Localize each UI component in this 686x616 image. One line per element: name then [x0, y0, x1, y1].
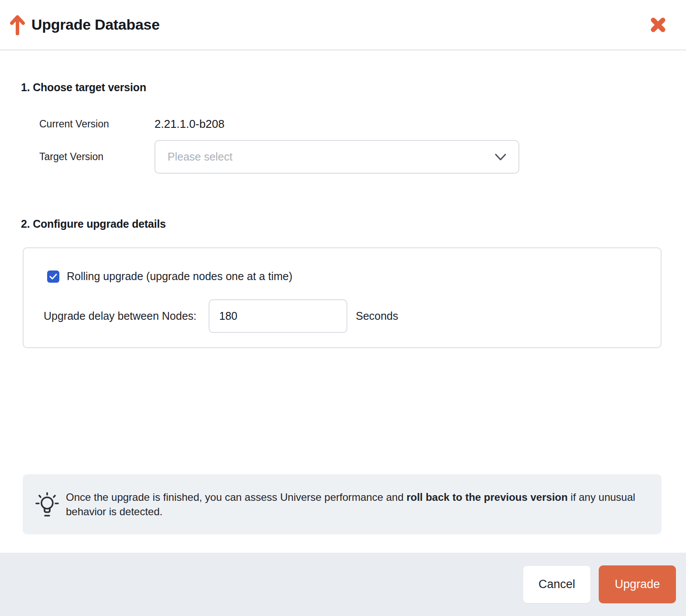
modal-footer: Cancel Upgrade [0, 553, 686, 616]
modal-body: 1. Choose target version Current Version… [0, 51, 686, 553]
upgrade-up-arrow-icon [10, 14, 25, 35]
upgrade-delay-unit: Seconds [356, 310, 398, 322]
configure-upgrade-panel: Rolling upgrade (upgrade nodes one at a … [23, 247, 662, 348]
info-text-bold: roll back to the previous version [406, 491, 567, 503]
rolling-upgrade-row: Rolling upgrade (upgrade nodes one at a … [47, 270, 661, 283]
rolling-upgrade-label[interactable]: Rolling upgrade (upgrade nodes one at a … [67, 270, 292, 283]
upgrade-delay-row: Upgrade delay between Nodes: Seconds [44, 299, 661, 333]
info-banner: Once the upgrade is finished, you can as… [23, 474, 662, 534]
modal-header: Upgrade Database [0, 0, 686, 51]
upgrade-button[interactable]: Upgrade [599, 565, 676, 603]
target-version-label: Target Version [39, 151, 154, 163]
upgrade-delay-input[interactable] [209, 299, 347, 333]
cancel-button[interactable]: Cancel [523, 565, 591, 603]
close-button[interactable] [648, 15, 668, 34]
modal-title: Upgrade Database [31, 16, 160, 33]
current-version-label: Current Version [39, 118, 154, 130]
lightbulb-icon [34, 491, 60, 517]
current-version-value: 2.21.1.0-b208 [154, 117, 224, 131]
chevron-down-icon [495, 154, 506, 161]
target-version-placeholder: Please select [168, 151, 495, 163]
checkmark-icon [49, 274, 57, 280]
section-heading-choose-version: 1. Choose target version [21, 81, 662, 94]
info-text-before: Once the upgrade is finished, you can as… [66, 491, 406, 503]
upgrade-delay-label: Upgrade delay between Nodes: [44, 310, 196, 322]
rolling-upgrade-checkbox[interactable] [47, 270, 59, 283]
target-version-select[interactable]: Please select [154, 140, 519, 174]
section-heading-configure: 2. Configure upgrade details [21, 218, 662, 230]
current-version-row: Current Version 2.21.1.0-b208 [39, 115, 662, 133]
info-banner-text: Once the upgrade is finished, you can as… [66, 490, 644, 519]
close-x-icon [650, 17, 666, 33]
target-version-row: Target Version Please select [39, 140, 662, 174]
